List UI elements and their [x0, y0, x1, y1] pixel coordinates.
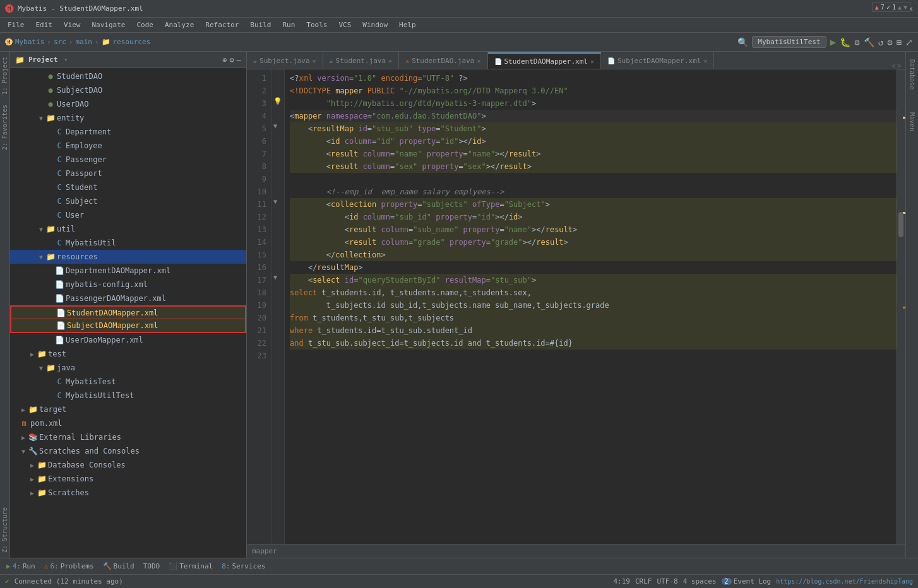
code-content[interactable]: <?xml version="1.0" encoding="UTF-8" ?> … [285, 69, 897, 544]
tree-item-passengermapper[interactable]: 📄 PassengerDAOMapper.xml [10, 291, 246, 305]
tree-item-subjectmapper[interactable]: 📄 SubjectDAOMapper.xml [10, 319, 246, 333]
breadcrumb-resources[interactable]: resources [113, 38, 151, 46]
panel-close-button[interactable]: – [237, 56, 241, 64]
indent-spaces[interactable]: 4 spaces [683, 577, 717, 585]
panel-add-button[interactable]: ⊕ [222, 56, 227, 64]
tree-item-employee[interactable]: C Employee [10, 139, 246, 153]
encoding[interactable]: UTF-8 [657, 577, 678, 585]
tree-item-passenger[interactable]: C Passenger [10, 153, 246, 167]
terminal-button[interactable]: ⬛ Terminal [165, 561, 217, 572]
tree-item-mybatisutiltest[interactable]: C MybatisUtilTest [10, 389, 246, 403]
menu-run[interactable]: Run [277, 20, 300, 30]
breadcrumb-main[interactable]: main [75, 38, 92, 46]
tree-item-deptmapper[interactable]: 📄 DepartmentDAOMapper.xml [10, 264, 246, 278]
tree-item-ext-libs[interactable]: ▶ 📚 External Libraries [10, 430, 246, 444]
tabs-scroll-left[interactable]: ◁ [891, 62, 895, 69]
tree-item-util[interactable]: ▼ 📁 util [10, 222, 246, 236]
menu-edit[interactable]: Edit [31, 20, 58, 30]
search-icon[interactable]: 🔍 [737, 37, 748, 47]
tree-item-student[interactable]: C Student [10, 180, 246, 194]
run-icon: ▶ [6, 562, 11, 570]
tab-studentdaomapper-xml[interactable]: 📄 StudentDAOMapper.xml ✕ [488, 52, 601, 69]
layout-button[interactable]: ⊞ [897, 37, 902, 47]
tree-item-mybatisconfig[interactable]: 📄 mybatis-config.xml [10, 278, 246, 291]
bulb-icon[interactable]: 💡 [273, 97, 282, 105]
tree-item-studentmapper[interactable]: 📄 StudentDAOMapper.xml [10, 305, 246, 319]
menu-refactor[interactable]: Refactor [200, 20, 244, 30]
tab-subject-java[interactable]: ☕ Subject.java ✕ [247, 52, 323, 69]
run-button[interactable]: ▶ [830, 36, 837, 48]
expand-arrow: ▶ [28, 462, 37, 469]
menu-navigate[interactable]: Navigate [87, 20, 131, 30]
menu-file[interactable]: File [3, 20, 30, 30]
tree-item-extensions[interactable]: ▶ 📁 Extensions [10, 472, 246, 486]
tab-close-button[interactable]: ✕ [590, 58, 594, 65]
position-indicator[interactable]: 4:19 [614, 577, 631, 585]
breadcrumb-mybatis[interactable]: Mybatis [15, 38, 44, 46]
menu-vcs[interactable]: VCS [333, 20, 356, 30]
tree-item-userdao[interactable]: ● UserDAO [10, 97, 246, 111]
menu-help[interactable]: Help [394, 20, 421, 30]
run-config-selector[interactable]: MybatisUtilTest [752, 36, 826, 48]
tab-close-button[interactable]: ✕ [388, 57, 392, 64]
tree-item-department[interactable]: C Department [10, 125, 246, 139]
menu-analyze[interactable]: Analyze [160, 20, 199, 30]
fold-marker-11[interactable]: ▼ [273, 198, 277, 205]
tree-item-test[interactable]: ▶ 📁 test [10, 347, 246, 361]
fold-marker-5[interactable]: ▼ [273, 122, 277, 129]
debug-button[interactable]: 🐛 [840, 37, 850, 47]
tree-item-scratches-sub[interactable]: ▶ 📁 Scratches [10, 486, 246, 500]
settings-icon[interactable]: ⚙ [887, 37, 892, 47]
tree-item-studentdao[interactable]: ● StudentDAO [10, 69, 246, 83]
breadcrumb-src[interactable]: src [54, 38, 66, 46]
build-button[interactable]: 🔨 [864, 37, 874, 47]
scrollbar-thumb[interactable] [898, 212, 903, 237]
tree-item-subjectdao[interactable]: ● SubjectDAO [10, 83, 246, 97]
tab-student-java[interactable]: ☕ Student.java ✕ [323, 52, 400, 69]
menu-tools[interactable]: Tools [301, 20, 332, 30]
fold-marker-17[interactable]: ▼ [273, 274, 277, 281]
tab-close-button[interactable]: ✕ [477, 57, 480, 64]
tree-item-java[interactable]: ▼ 📁 java [10, 361, 246, 375]
maximize-panel-button[interactable]: ⤢ [905, 37, 913, 47]
tree-item-userdaomapper[interactable]: 📄 UserDaoMapper.xml [10, 333, 246, 347]
tab-close-button[interactable]: ✕ [313, 57, 316, 64]
tree-item-mybatistest[interactable]: C MybatisTest [10, 375, 246, 389]
menu-window[interactable]: Window [357, 20, 393, 30]
csdn-url[interactable]: https://blog.csdn.net/FriendshipTang [776, 578, 913, 585]
tree-item-pom[interactable]: m pom.xml [10, 416, 246, 430]
tree-item-user[interactable]: C User [10, 208, 246, 222]
favorites-side-label[interactable]: 2: Favorites [0, 100, 9, 155]
run-bottom-button[interactable]: ▶ 4: Run [3, 561, 39, 572]
maven-tab[interactable]: Maven [907, 107, 917, 136]
right-scrollbar[interactable] [897, 69, 905, 544]
line-ending[interactable]: CRLF [635, 577, 652, 585]
tab-subjectdaomapper-xml[interactable]: 📄 SubjectDAOMapper.xml ✕ [601, 52, 714, 69]
tree-item-db-consoles[interactable]: ▶ 📁 Database Consoles [10, 458, 246, 472]
project-side-label[interactable]: 1: Project [0, 52, 9, 100]
tree-item-target[interactable]: ▶ 📁 target [10, 403, 246, 416]
menu-view[interactable]: View [59, 20, 86, 30]
tree-item-subject[interactable]: C Subject [10, 194, 246, 208]
panel-options-button[interactable]: ⚙ [230, 56, 234, 64]
tree-item-entity[interactable]: ▼ 📁 entity [10, 111, 246, 125]
build-bottom-button[interactable]: 🔨 Build [99, 561, 138, 572]
menu-build[interactable]: Build [245, 20, 276, 30]
tree-item-scratches[interactable]: ▼ 🔧 Scratches and Consoles [10, 444, 246, 458]
menu-code[interactable]: Code [131, 20, 158, 30]
coverage-button[interactable]: ⚙ [854, 37, 859, 47]
tree-item-resources[interactable]: ▼ 📁 resources [10, 250, 246, 264]
tab-close-button[interactable]: ✕ [703, 57, 707, 64]
todo-button[interactable]: TODO [140, 561, 164, 572]
problems-button[interactable]: ⚠ 6: Problems [40, 561, 98, 572]
database-tab[interactable]: Database [907, 54, 917, 95]
event-log-button[interactable]: 2 Event Log [722, 577, 772, 585]
tree-item-mybatisutil[interactable]: C MybatisUtil [10, 236, 246, 250]
tabs-scroll-right[interactable]: ▷ [898, 62, 902, 69]
structure-side-label[interactable]: Z: Structure [0, 502, 9, 558]
tab-studentdao-java[interactable]: ⚠ StudentDAO.java ✕ [399, 52, 487, 69]
panel-dropdown-icon[interactable]: ▾ [64, 56, 68, 63]
services-button[interactable]: 8: Services [218, 561, 269, 572]
tree-item-passport[interactable]: C Passport [10, 167, 246, 180]
sync-button[interactable]: ↺ [878, 37, 883, 47]
